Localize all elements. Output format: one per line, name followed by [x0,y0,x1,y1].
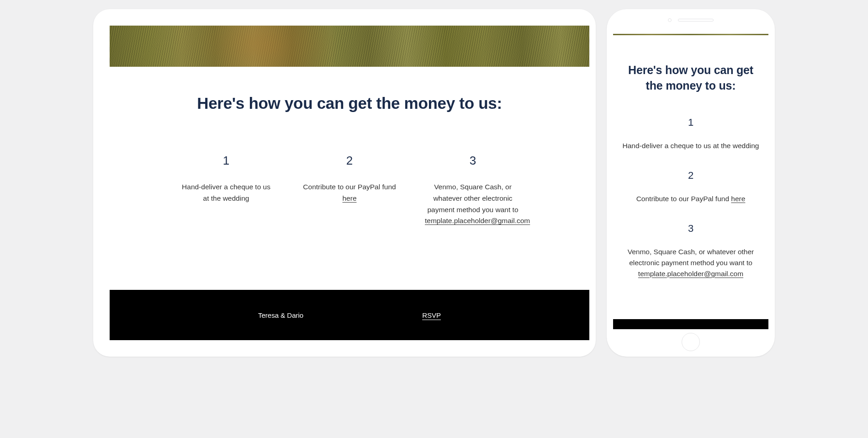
payment-option-1: 1 Hand-deliver a cheque to us at the wed… [620,117,761,151]
email-link[interactable]: template.placeholder@gmail.com [425,217,530,224]
option-text: Hand-deliver a cheque to us at the weddi… [620,140,761,151]
footer-names: Teresa & Dario [258,311,303,319]
paypal-link[interactable]: here [731,195,745,203]
section-heading: Here's how you can get the money to us: [620,63,761,94]
option-number: 2 [302,154,397,168]
email-link[interactable]: template.placeholder@gmail.com [638,270,743,278]
option-text: Venmo, Square Cash, or whatever other el… [425,182,521,227]
payment-option-2: 2 Contribute to our PayPal fund here [302,154,397,227]
content-area: Here's how you can get the money to us: … [110,67,589,290]
rsvp-link[interactable]: RSVP [422,311,441,319]
phone-viewport: Here's how you can get the money to us: … [613,34,768,329]
option-number: 1 [178,154,274,168]
section-heading: Here's how you can get the money to us: [128,94,571,112]
payment-option-3: 3 Venmo, Square Cash, or whatever other … [620,223,761,279]
option-text-prefix: Contribute to our PayPal fund [636,195,731,203]
site-footer [613,319,768,329]
option-text: Hand-deliver a cheque to us at the weddi… [178,182,274,204]
payment-options-row: 1 Hand-deliver a cheque to us at the wed… [162,154,537,227]
phone-home-button[interactable] [682,333,700,351]
option-number: 1 [620,117,761,128]
phone-content-area: Here's how you can get the money to us: … [613,35,768,319]
option-number: 3 [620,223,761,235]
tablet-device-frame: Here's how you can get the money to us: … [93,9,596,357]
option-text-prefix: Venmo, Square Cash, or whatever other el… [628,248,754,267]
hero-image-grass-field [110,26,589,67]
option-number: 2 [620,170,761,182]
paypal-link[interactable]: here [342,194,356,202]
payment-option-3: 3 Venmo, Square Cash, or whatever other … [425,154,521,227]
option-text-prefix: Contribute to our PayPal fund [303,183,396,191]
phone-camera-icon [668,18,672,22]
option-text: Venmo, Square Cash, or whatever other el… [620,246,761,279]
site-footer: Teresa & Dario RSVP [110,290,589,340]
phone-device-frame: Here's how you can get the money to us: … [607,9,775,357]
option-text-prefix: Venmo, Square Cash, or whatever other el… [427,183,518,214]
payment-option-2: 2 Contribute to our PayPal fund here [620,170,761,204]
phone-speaker-icon [678,19,714,21]
tablet-viewport: Here's how you can get the money to us: … [110,26,589,340]
option-text: Contribute to our PayPal fund here [620,193,761,204]
payment-option-1: 1 Hand-deliver a cheque to us at the wed… [178,154,274,227]
option-text: Contribute to our PayPal fund here [302,182,397,204]
option-number: 3 [425,154,521,168]
phone-notch-area [607,18,775,22]
